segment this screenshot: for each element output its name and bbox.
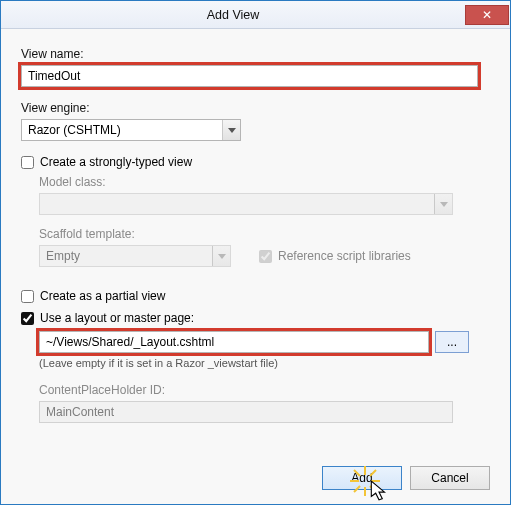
use-layout-row: Use a layout or master page: bbox=[21, 311, 490, 325]
view-engine-label: View engine: bbox=[21, 101, 490, 115]
view-name-row: View name: bbox=[21, 47, 490, 87]
view-engine-select[interactable] bbox=[21, 119, 241, 141]
browse-button[interactable]: ... bbox=[435, 331, 469, 353]
close-icon: ✕ bbox=[482, 9, 492, 21]
model-class-row: Model class: bbox=[39, 175, 490, 215]
layout-path-input[interactable] bbox=[39, 331, 429, 353]
strongly-typed-label: Create a strongly-typed view bbox=[40, 155, 192, 169]
dialog-client-area: View name: View engine: Create a strongl… bbox=[1, 29, 510, 504]
reference-libraries-row: Reference script libraries bbox=[259, 249, 411, 263]
strongly-typed-checkbox[interactable] bbox=[21, 156, 34, 169]
view-engine-row: View engine: bbox=[21, 101, 490, 141]
placeholder-input bbox=[39, 401, 453, 423]
scaffold-template-select bbox=[39, 245, 231, 267]
cancel-button-label: Cancel bbox=[431, 471, 468, 485]
model-class-select bbox=[39, 193, 453, 215]
use-layout-checkbox[interactable] bbox=[21, 312, 34, 325]
partial-view-label: Create as a partial view bbox=[40, 289, 165, 303]
layout-path-row: ... (Leave empty if it is set in a Razor… bbox=[39, 331, 490, 369]
reference-libraries-label: Reference script libraries bbox=[278, 249, 411, 263]
partial-view-checkbox[interactable] bbox=[21, 290, 34, 303]
view-name-input[interactable] bbox=[21, 65, 478, 87]
partial-view-row: Create as a partial view bbox=[21, 289, 490, 303]
dialog-footer: Add Cancel bbox=[322, 466, 490, 490]
placeholder-row: ContentPlaceHolder ID: bbox=[39, 383, 490, 423]
dialog-window: Add View ✕ View name: View engine: bbox=[0, 0, 511, 505]
add-button-label: Add bbox=[351, 471, 372, 485]
titlebar: Add View ✕ bbox=[1, 1, 510, 29]
model-class-label: Model class: bbox=[39, 175, 490, 189]
cancel-button[interactable]: Cancel bbox=[410, 466, 490, 490]
dialog-title: Add View bbox=[1, 8, 465, 22]
scaffold-row: Scaffold template: Reference script libr… bbox=[39, 227, 490, 267]
add-button[interactable]: Add bbox=[322, 466, 402, 490]
scaffold-label: Scaffold template: bbox=[39, 227, 490, 241]
reference-libraries-checkbox bbox=[259, 250, 272, 263]
placeholder-label: ContentPlaceHolder ID: bbox=[39, 383, 490, 397]
use-layout-label: Use a layout or master page: bbox=[40, 311, 194, 325]
strongly-typed-row: Create a strongly-typed view bbox=[21, 155, 490, 169]
close-button[interactable]: ✕ bbox=[465, 5, 509, 25]
layout-hint: (Leave empty if it is set in a Razor _vi… bbox=[39, 357, 490, 369]
view-name-label: View name: bbox=[21, 47, 490, 61]
browse-button-label: ... bbox=[447, 335, 457, 349]
